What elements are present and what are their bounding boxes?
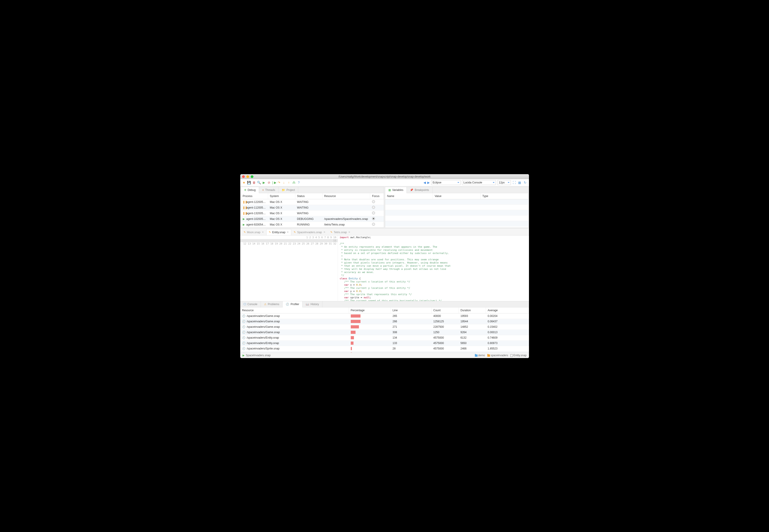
run-status-icon: ▶ (243, 354, 245, 357)
prev-arrow-icon[interactable]: ◀ (423, 181, 426, 184)
col-p-line[interactable]: Line (391, 307, 432, 313)
col-p-duration[interactable]: Duration (459, 307, 486, 313)
folder-icon (487, 354, 490, 357)
profiler-row[interactable]: 🕘/spaceinvaders/Entity.snap1344575000613… (240, 335, 529, 341)
step-over-icon[interactable]: ↷ (277, 181, 281, 185)
editor-tab[interactable]: ✎Entity.snap✕ (266, 229, 291, 235)
close-tab-icon[interactable]: ✕ (287, 231, 289, 234)
breakpoint-icon: 📌 (410, 188, 413, 192)
process-table-header: Process System Status Resource Focus (241, 193, 384, 199)
col-system[interactable]: System (268, 193, 295, 199)
profiler-row[interactable]: 🕘/spaceinvaders/Game.snap26540000195930.… (240, 313, 529, 319)
tab-problems[interactable]: ⚠Problems (261, 301, 283, 307)
step-into-icon[interactable]: ↓ (282, 181, 286, 185)
table-row (385, 199, 528, 205)
next-arrow-icon[interactable]: ▶ (427, 181, 430, 184)
evaluate-icon[interactable]: ⁂ (292, 181, 296, 185)
font-select[interactable]: Lucida Console (462, 180, 496, 185)
col-value[interactable]: Value (433, 193, 481, 199)
process-row[interactable]: ▶agent-920054130Mac OS XRUNNING/tetris/T… (241, 222, 384, 228)
tab-breakpoints[interactable]: 📌Breakpoints (407, 187, 432, 193)
col-status[interactable]: Status (295, 193, 323, 199)
col-p-resource[interactable]: Resource (240, 307, 349, 313)
process-row[interactable]: ❚❚agent-1220054427Mac OS XWAITING (241, 199, 384, 205)
percentage-bar (351, 314, 361, 318)
breadcrumb-item[interactable]: spaceinvaders (487, 354, 508, 357)
tab-history[interactable]: 📖History (303, 301, 322, 307)
tab-variables[interactable]: ▦Variables (385, 187, 407, 193)
close-tab-icon[interactable]: ✕ (348, 231, 350, 234)
status-file: SpaceInvaders.snap (246, 354, 271, 357)
focus-radio[interactable] (372, 211, 375, 214)
col-focus[interactable]: Focus (370, 193, 384, 199)
percentage-bar (351, 320, 361, 323)
process-row[interactable]: ❚❚agent-1320054659Mac OS XWAITING (241, 211, 384, 216)
titlebar: /Users/niallg/Work/development/snapscrip… (240, 174, 529, 179)
expand-icon[interactable]: ⛶ (512, 181, 516, 185)
process-table: Process System Status Resource Focus ❚❚a… (241, 193, 384, 228)
process-row[interactable]: ❚❚agent-1120054325Mac OS XWAITING (241, 205, 384, 211)
process-row[interactable]: ▶agent-1020054257Mac OS XDEBUGGING/space… (241, 216, 384, 222)
table-row (385, 216, 528, 221)
tab-console[interactable]: 🖵Console (240, 301, 261, 307)
clock-icon: 🕘 (242, 347, 246, 350)
percentage-bar (351, 325, 359, 328)
code-editor[interactable]: 1 2 3 4 5 6 7 8 9 10 11 12 13 14 15 16 1… (240, 235, 529, 301)
tab-profiler[interactable]: 🕘Profiler (283, 301, 303, 307)
col-p-count[interactable]: Count (432, 307, 459, 313)
clock-icon: 🕘 (242, 342, 246, 345)
debug-panel: ❉Debug ≡Threads 📁Project Process System … (241, 187, 384, 228)
run-icon[interactable]: ▶ (262, 181, 266, 185)
col-resource[interactable]: Resource (323, 193, 370, 199)
profiler-row[interactable]: 🕘/spaceinvaders/Sprite.snap2845750002466… (240, 346, 529, 351)
focus-radio[interactable] (372, 217, 375, 220)
profiler-row[interactable]: 🕘/spaceinvaders/Game.snap266125812519544… (240, 319, 529, 324)
history-icon: 📖 (306, 303, 309, 306)
breadcrumb-item[interactable]: demo (475, 354, 485, 357)
close-tab-icon[interactable]: ✕ (262, 231, 264, 234)
code-area[interactable]: import awt.Rectangle; /** * An entity re… (338, 235, 529, 301)
delete-icon[interactable]: 🗑 (252, 181, 256, 185)
col-type[interactable]: Type (480, 193, 528, 199)
editor-tab[interactable]: ✎Moon.snap✕ (241, 229, 266, 235)
col-name[interactable]: Name (385, 193, 433, 199)
theme-select[interactable]: Eclipse (431, 180, 461, 185)
stop-icon[interactable]: ⊘ (267, 181, 271, 185)
step-out-icon[interactable]: ↑ (287, 181, 291, 185)
help-icon[interactable]: ? (297, 181, 301, 185)
main-toolbar: ★ 💾 🗑 🔍 ▶ ⊘ ❘▶ ↷ ↓ ↑ ⁂ ? ◀ ▶ Eclipse Luc… (240, 179, 529, 186)
col-process[interactable]: Process (241, 193, 268, 199)
breadcrumb-item[interactable]: Entity.snap (510, 354, 526, 357)
left-tabs: ❉Debug ≡Threads 📁Project (241, 187, 384, 193)
pencil-icon: ✎ (269, 231, 271, 234)
col-p-average[interactable]: Average (486, 307, 529, 313)
profiler-row[interactable]: 🕘/spaceinvaders/Game.snap271228750014852… (240, 324, 529, 330)
layout-icon[interactable]: ▦ (518, 181, 522, 185)
resume-icon[interactable]: ❘▶ (272, 181, 276, 185)
profiler-row[interactable]: 🕘/spaceinvaders/Game.snap29962523730.000… (240, 351, 529, 353)
table-row (385, 205, 528, 210)
star-icon[interactable]: ★ (242, 181, 246, 185)
percentage-bar (351, 336, 354, 339)
refresh-icon[interactable]: ↻ (523, 181, 527, 185)
search-icon[interactable]: 🔍 (257, 181, 261, 185)
window-title: /Users/niallg/Work/development/snapscrip… (240, 175, 529, 178)
clock-icon: 🕘 (242, 325, 246, 328)
profiler-row[interactable]: 🕘/spaceinvaders/Entity.snap1334575000565… (240, 341, 529, 346)
focus-radio[interactable] (372, 223, 375, 226)
fontsize-select[interactable]: 12px (497, 180, 511, 185)
percentage-bar (351, 347, 352, 350)
profiler-row[interactable]: 🕘/spaceinvaders/Game.snap308125092640.00… (240, 330, 529, 335)
tab-debug[interactable]: ❉Debug (241, 187, 259, 193)
focus-radio[interactable] (372, 206, 375, 209)
save-icon[interactable]: 💾 (247, 181, 251, 185)
app-window: /Users/niallg/Work/development/snapscrip… (240, 174, 529, 358)
tab-project[interactable]: 📁Project (279, 187, 298, 193)
focus-radio[interactable] (372, 200, 375, 203)
close-tab-icon[interactable]: ✕ (323, 231, 325, 234)
editor-tab[interactable]: ✎SpaceInvaders.snap✕ (291, 229, 328, 235)
col-p-percentage[interactable]: Percentage (349, 307, 391, 313)
editor-tab[interactable]: ✎Tetris.snap✕ (328, 229, 353, 235)
profiler-header: Resource Percentage Line Count Duration … (240, 307, 529, 313)
tab-threads[interactable]: ≡Threads (259, 187, 279, 193)
